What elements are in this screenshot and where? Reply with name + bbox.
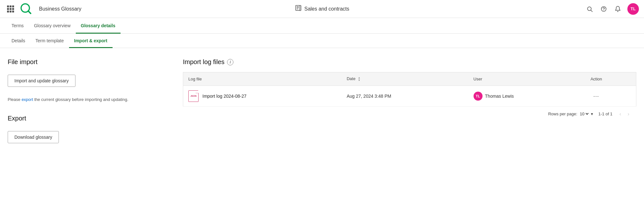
- export-notice: Please export the current glossary befor…: [8, 97, 168, 102]
- log-user-avatar: TL: [474, 92, 483, 101]
- log-title: Import log files: [183, 58, 224, 66]
- rows-per-page: Rows per page: 10 25 50 ▾: [548, 111, 593, 117]
- search-button[interactable]: [585, 4, 594, 13]
- navbar-right: TL: [428, 3, 639, 15]
- export-section: Export Download glossary: [8, 115, 168, 151]
- user-avatar[interactable]: TL: [627, 3, 639, 15]
- export-title: Export: [8, 115, 168, 122]
- export-notice-text-after: the current glossary before importing an…: [33, 97, 129, 102]
- export-notice-text-before: Please: [8, 97, 21, 102]
- search-icon: [586, 6, 593, 12]
- row-more-button[interactable]: ⋯: [591, 91, 601, 101]
- tab-glossary-overview[interactable]: Glossary overview: [29, 18, 75, 34]
- main-content: File import Import and update glossary P…: [0, 48, 644, 161]
- notifications-button[interactable]: [613, 4, 622, 13]
- log-user-cell: TL Thomas Lewis: [468, 86, 585, 106]
- navbar-center: Sales and contracts: [216, 4, 428, 13]
- bell-icon: [615, 6, 621, 12]
- glossary-name: Sales and contracts: [304, 6, 349, 12]
- qlik-logo-svg: [20, 3, 33, 15]
- dropdown-arrow: ▾: [591, 112, 593, 116]
- col-log-file: Log file: [183, 72, 342, 86]
- log-header: Import log files i: [183, 58, 636, 66]
- col-date[interactable]: Date ▲ ▼: [342, 72, 468, 86]
- log-file-cell: JSON Import log 2024-08-27: [183, 86, 342, 106]
- info-icon[interactable]: i: [227, 59, 233, 65]
- prev-page-button[interactable]: ‹: [617, 111, 623, 118]
- right-panel: Import log files i Log file Date ▲ ▼ Use…: [183, 58, 636, 151]
- import-update-button[interactable]: Import and update glossary: [8, 75, 75, 87]
- log-table-body: JSON Import log 2024-08-27 Aug 27, 2024 …: [183, 86, 636, 106]
- json-label: JSON: [190, 95, 196, 97]
- log-file-content: JSON Import log 2024-08-27: [188, 90, 336, 102]
- glossary-icon: [295, 4, 302, 13]
- tab-import-export[interactable]: Import & export: [69, 34, 113, 48]
- table-row: JSON Import log 2024-08-27 Aug 27, 2024 …: [183, 86, 636, 106]
- download-glossary-button[interactable]: Download glossary: [8, 131, 59, 143]
- left-panel: File import Import and update glossary P…: [8, 58, 168, 151]
- export-link[interactable]: export: [21, 97, 33, 102]
- log-table: Log file Date ▲ ▼ User Action: [183, 72, 636, 107]
- log-file-name: Import log 2024-08-27: [202, 94, 247, 99]
- log-action-cell: ⋯: [585, 86, 636, 106]
- next-page-button[interactable]: ›: [626, 111, 631, 118]
- page-info: 1-1 of 1: [598, 112, 612, 116]
- apps-grid-button[interactable]: [5, 4, 16, 14]
- rows-per-page-label: Rows per page:: [548, 112, 577, 116]
- file-import-title: File import: [8, 58, 168, 66]
- col-action: Action: [585, 72, 636, 86]
- svg-line-1: [28, 11, 31, 13]
- app-title: Business Glossary: [39, 6, 82, 12]
- navbar: Business Glossary Sales and contracts: [0, 0, 644, 18]
- help-icon: [601, 6, 607, 12]
- pagination: Rows per page: 10 25 50 ▾ 1-1 of 1 ‹ ›: [183, 107, 636, 121]
- col-user: User: [468, 72, 585, 86]
- tab-term-template[interactable]: Term template: [30, 34, 69, 48]
- tab-details[interactable]: Details: [6, 34, 30, 48]
- qlik-logo: [20, 3, 33, 15]
- json-file-icon: JSON: [188, 90, 199, 102]
- grid-icon: [7, 5, 14, 12]
- help-button[interactable]: [599, 4, 608, 13]
- primary-tabs: Terms Glossary overview Glossary details: [0, 18, 644, 34]
- date-sort-arrows: ▲ ▼: [358, 77, 360, 82]
- log-table-header: Log file Date ▲ ▼ User Action: [183, 72, 636, 86]
- secondary-tabs: Details Term template Import & export: [0, 34, 644, 48]
- log-table-header-row: Log file Date ▲ ▼ User Action: [183, 72, 636, 86]
- svg-line-4: [591, 10, 593, 12]
- log-user-name: Thomas Lewis: [485, 94, 514, 99]
- rows-per-page-select[interactable]: 10 25 50: [578, 111, 590, 117]
- log-date-cell: Aug 27, 2024 3:48 PM: [342, 86, 468, 106]
- user-cell-content: TL Thomas Lewis: [474, 92, 580, 101]
- navbar-left: Business Glossary: [5, 3, 216, 15]
- tab-glossary-details[interactable]: Glossary details: [76, 18, 121, 34]
- page-nav: ‹ ›: [617, 111, 631, 118]
- tab-terms[interactable]: Terms: [6, 18, 29, 34]
